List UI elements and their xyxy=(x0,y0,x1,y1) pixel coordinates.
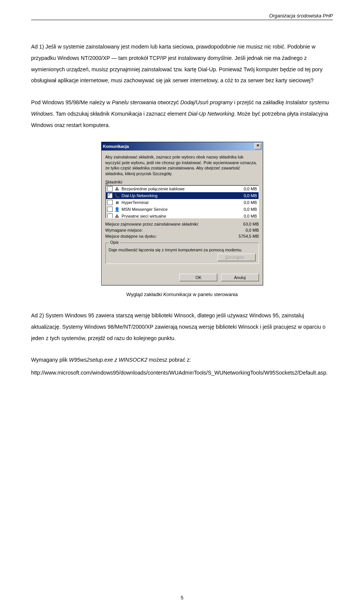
stat-available: Miejsce dostępne na dysku: 5754,5 MB xyxy=(105,234,259,240)
component-size: 0,0 MB xyxy=(234,214,257,218)
figure-caption: Wygląd zakładki Komunikacja w panelu ste… xyxy=(31,292,333,297)
page-header: Organizacja środowiska PHP xyxy=(31,13,333,20)
stat-installed: Miejsce zajmowane przez zainstalowane sk… xyxy=(105,221,259,227)
component-size: 0,0 MB xyxy=(234,193,257,198)
component-icon: 🖥 xyxy=(114,200,120,205)
component-icon: 🖧 xyxy=(114,213,120,218)
paragraph-3: Ad 2) System Windows 95 zawiera starszą … xyxy=(31,310,333,344)
dialog-figure: Komunikacja ✕ Aby zainstalować składnik,… xyxy=(31,142,333,285)
stat-required: Wymagane miejsce: 0,0 MB xyxy=(105,227,259,234)
komunikacja-dialog: Komunikacja ✕ Aby zainstalować składnik,… xyxy=(101,142,263,285)
component-name: Bezpośrednie połączenie kablowe xyxy=(122,187,234,191)
paragraph-2: Pod Windows 95/98/Me należy w Panelu ste… xyxy=(31,97,333,131)
list-item[interactable]: 👤MSN Messenger Service0,0 MB xyxy=(106,206,259,213)
description-groupbox: Opis Daje możliwość łączenia się z innym… xyxy=(105,243,259,264)
component-name: MSN Messenger Service xyxy=(122,207,234,212)
list-item[interactable]: 📞Dial-Up Networking0,0 MB xyxy=(106,192,259,199)
checkbox-icon[interactable] xyxy=(107,186,113,191)
dialog-titlebar[interactable]: Komunikacja ✕ xyxy=(102,142,263,151)
close-icon[interactable]: ✕ xyxy=(254,143,261,149)
component-icon: 📞 xyxy=(114,193,120,198)
dialog-title: Komunikacja xyxy=(103,144,129,149)
components-label: Składniki: xyxy=(105,180,259,184)
component-name: Prywatne sieci wirtualne xyxy=(122,214,234,218)
cancel-button[interactable]: Anuluj xyxy=(221,274,259,281)
list-item[interactable]: 🖥HyperTerminal0,0 MB xyxy=(106,199,259,206)
component-icon: 👤 xyxy=(114,207,120,212)
header-title: Organizacja środowiska PHP xyxy=(269,13,333,19)
component-size: 0,0 MB xyxy=(234,187,257,191)
checkbox-icon[interactable] xyxy=(107,193,113,198)
components-listbox[interactable]: 🖧Bezpośrednie połączenie kablowe0,0 MB📞D… xyxy=(105,185,259,218)
checkbox-icon[interactable] xyxy=(107,200,113,205)
dialog-body: Aby zainstalować składnik, zaznacz pole … xyxy=(102,151,263,271)
component-name: Dial-Up Networking xyxy=(122,193,234,198)
component-icon: 🖧 xyxy=(114,186,120,191)
dialog-button-bar: OK Anuluj xyxy=(102,271,263,285)
list-item[interactable]: 🖧Bezpośrednie połączenie kablowe0,0 MB xyxy=(106,185,259,192)
paragraph-4: Wymagany plik W95ws2setup.exe z WINSOCK2… xyxy=(31,354,333,366)
groupbox-title: Opis xyxy=(109,240,121,245)
dialog-intro-text: Aby zainstalować składnik, zaznacz pole … xyxy=(105,154,259,177)
component-name: HyperTerminal xyxy=(122,200,234,205)
checkbox-icon[interactable] xyxy=(107,207,113,212)
disk-stats: Miejsce zajmowane przez zainstalowane sk… xyxy=(105,221,259,240)
component-size: 0,0 MB xyxy=(234,200,257,205)
ok-button[interactable]: OK xyxy=(179,274,217,281)
body-text: Ad 1) Jeśli w systemie zainstalowany jes… xyxy=(31,41,333,131)
paragraph-5: http://www.microsoft.com/windows95/downl… xyxy=(31,367,333,379)
paragraph-1: Ad 1) Jeśli w systemie zainstalowany jes… xyxy=(31,41,333,86)
component-size: 0,0 MB xyxy=(234,207,257,212)
description-text: Daje możliwość łączenia się z innymi kom… xyxy=(109,248,256,252)
document-page: Organizacja środowiska PHP Ad 1) Jeśli w… xyxy=(0,0,364,610)
page-number: 5 xyxy=(0,595,364,601)
list-item[interactable]: 🖧Prywatne sieci wirtualne0,0 MB xyxy=(106,213,259,218)
checkbox-icon[interactable] xyxy=(107,213,113,218)
body-text-lower: Ad 2) System Windows 95 zawiera starszą … xyxy=(31,310,333,379)
details-button[interactable]: Szczegóły... xyxy=(218,254,256,261)
